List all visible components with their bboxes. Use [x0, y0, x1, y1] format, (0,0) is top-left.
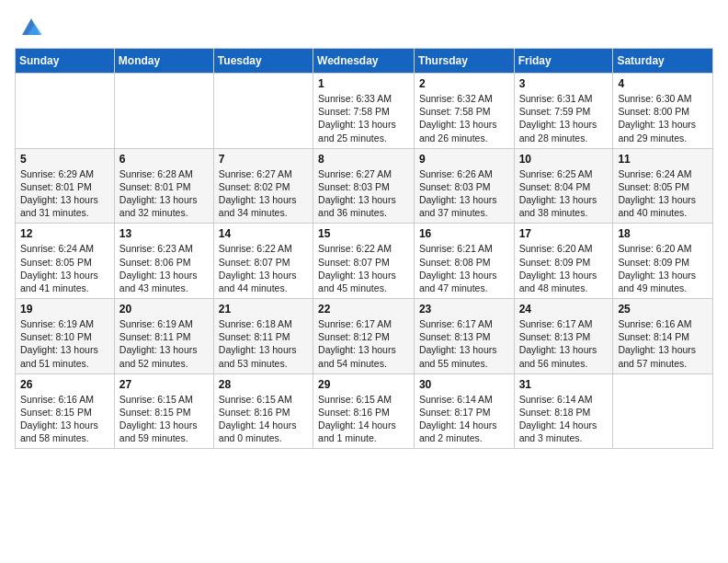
day-info: Sunrise: 6:33 AM Sunset: 7:58 PM Dayligh…: [318, 92, 409, 144]
day-info: Sunrise: 6:16 AM Sunset: 8:14 PM Dayligh…: [618, 317, 708, 370]
day-info: Sunrise: 6:24 AM Sunset: 8:05 PM Dayligh…: [618, 167, 708, 220]
calendar-cell: 10Sunrise: 6:25 AM Sunset: 8:04 PM Dayli…: [514, 148, 613, 224]
calendar-cell: 20Sunrise: 6:19 AM Sunset: 8:11 PM Dayli…: [114, 299, 213, 374]
day-number: 12: [20, 227, 109, 240]
calendar-cell: 2Sunrise: 6:32 AM Sunset: 7:58 PM Daylig…: [414, 74, 514, 149]
calendar-cell: 6Sunrise: 6:28 AM Sunset: 8:01 PM Daylig…: [114, 148, 213, 224]
calendar-cell: 16Sunrise: 6:21 AM Sunset: 8:08 PM Dayli…: [414, 224, 514, 299]
page-container: SundayMondayTuesdayWednesdayThursdayFrid…: [0, 0, 728, 464]
calendar-cell: 12Sunrise: 6:24 AM Sunset: 8:05 PM Dayli…: [16, 224, 115, 299]
calendar-cell: [16, 74, 115, 149]
day-number: 23: [419, 303, 509, 316]
day-info: Sunrise: 6:15 AM Sunset: 8:15 PM Dayligh…: [119, 393, 209, 445]
calendar-cell: 21Sunrise: 6:18 AM Sunset: 8:11 PM Dayli…: [213, 299, 313, 374]
day-number: 10: [519, 153, 609, 166]
day-number: 6: [119, 153, 209, 166]
day-number: 16: [419, 227, 509, 240]
day-info: Sunrise: 6:29 AM Sunset: 8:01 PM Dayligh…: [20, 167, 109, 220]
calendar-cell: 19Sunrise: 6:19 AM Sunset: 8:10 PM Dayli…: [16, 299, 115, 374]
day-number: 18: [618, 227, 708, 240]
calendar-cell: 23Sunrise: 6:17 AM Sunset: 8:13 PM Dayli…: [414, 299, 514, 374]
day-number: 2: [419, 77, 509, 90]
calendar-cell: 28Sunrise: 6:15 AM Sunset: 8:16 PM Dayli…: [213, 373, 313, 449]
day-number: 15: [318, 227, 409, 240]
day-number: 5: [20, 153, 109, 166]
day-number: 21: [219, 303, 308, 316]
calendar-cell: 27Sunrise: 6:15 AM Sunset: 8:15 PM Dayli…: [114, 373, 213, 449]
logo: [15, 15, 44, 40]
calendar-day-header: Wednesday: [313, 49, 415, 74]
day-number: 4: [618, 77, 708, 90]
day-info: Sunrise: 6:25 AM Sunset: 8:04 PM Dayligh…: [519, 167, 609, 220]
day-number: 7: [219, 153, 308, 166]
day-info: Sunrise: 6:27 AM Sunset: 8:03 PM Dayligh…: [318, 167, 409, 220]
calendar-day-header: Thursday: [414, 49, 514, 74]
calendar-day-header: Tuesday: [213, 49, 313, 74]
day-number: 25: [618, 303, 708, 316]
calendar-day-header: Friday: [514, 49, 613, 74]
calendar-week-row: 1Sunrise: 6:33 AM Sunset: 7:58 PM Daylig…: [16, 74, 713, 149]
calendar-cell: 13Sunrise: 6:23 AM Sunset: 8:06 PM Dayli…: [114, 224, 213, 299]
calendar-cell: 22Sunrise: 6:17 AM Sunset: 8:12 PM Dayli…: [313, 299, 415, 374]
day-info: Sunrise: 6:27 AM Sunset: 8:02 PM Dayligh…: [219, 167, 308, 220]
day-number: 24: [519, 303, 609, 316]
calendar-cell: 7Sunrise: 6:27 AM Sunset: 8:02 PM Daylig…: [213, 148, 313, 224]
calendar-week-row: 19Sunrise: 6:19 AM Sunset: 8:10 PM Dayli…: [16, 299, 713, 374]
day-number: 22: [318, 303, 409, 316]
calendar-cell: [114, 74, 213, 149]
day-info: Sunrise: 6:32 AM Sunset: 7:58 PM Dayligh…: [419, 92, 509, 144]
day-info: Sunrise: 6:19 AM Sunset: 8:10 PM Dayligh…: [20, 317, 109, 370]
calendar-cell: 29Sunrise: 6:15 AM Sunset: 8:16 PM Dayli…: [313, 373, 415, 449]
day-info: Sunrise: 6:24 AM Sunset: 8:05 PM Dayligh…: [20, 242, 109, 294]
calendar-cell: [613, 373, 713, 449]
day-number: 29: [318, 378, 409, 391]
header: [15, 15, 713, 40]
calendar-day-header: Monday: [114, 49, 213, 74]
calendar-cell: 8Sunrise: 6:27 AM Sunset: 8:03 PM Daylig…: [313, 148, 415, 224]
calendar-cell: 3Sunrise: 6:31 AM Sunset: 7:59 PM Daylig…: [514, 74, 613, 149]
day-number: 1: [318, 77, 409, 90]
calendar-cell: 24Sunrise: 6:17 AM Sunset: 8:13 PM Dayli…: [514, 299, 613, 374]
day-number: 26: [20, 378, 109, 391]
day-number: 28: [219, 378, 308, 391]
day-info: Sunrise: 6:22 AM Sunset: 8:07 PM Dayligh…: [219, 242, 308, 294]
day-info: Sunrise: 6:28 AM Sunset: 8:01 PM Dayligh…: [119, 167, 209, 220]
day-info: Sunrise: 6:14 AM Sunset: 8:18 PM Dayligh…: [519, 393, 609, 445]
calendar-cell: 5Sunrise: 6:29 AM Sunset: 8:01 PM Daylig…: [16, 148, 115, 224]
calendar-cell: 14Sunrise: 6:22 AM Sunset: 8:07 PM Dayli…: [213, 224, 313, 299]
day-number: 13: [119, 227, 209, 240]
day-number: 20: [119, 303, 209, 316]
day-info: Sunrise: 6:20 AM Sunset: 8:09 PM Dayligh…: [618, 242, 708, 294]
day-number: 8: [318, 153, 409, 166]
calendar-cell: 26Sunrise: 6:16 AM Sunset: 8:15 PM Dayli…: [16, 373, 115, 449]
day-info: Sunrise: 6:17 AM Sunset: 8:13 PM Dayligh…: [419, 317, 509, 370]
calendar-cell: 4Sunrise: 6:30 AM Sunset: 8:00 PM Daylig…: [613, 74, 713, 149]
calendar-cell: 15Sunrise: 6:22 AM Sunset: 8:07 PM Dayli…: [313, 224, 415, 299]
calendar-cell: 25Sunrise: 6:16 AM Sunset: 8:14 PM Dayli…: [613, 299, 713, 374]
day-number: 17: [519, 227, 609, 240]
calendar-week-row: 12Sunrise: 6:24 AM Sunset: 8:05 PM Dayli…: [16, 224, 713, 299]
day-number: 27: [119, 378, 209, 391]
day-info: Sunrise: 6:23 AM Sunset: 8:06 PM Dayligh…: [119, 242, 209, 294]
calendar-week-row: 26Sunrise: 6:16 AM Sunset: 8:15 PM Dayli…: [16, 373, 713, 449]
day-info: Sunrise: 6:22 AM Sunset: 8:07 PM Dayligh…: [318, 242, 409, 294]
day-info: Sunrise: 6:14 AM Sunset: 8:17 PM Dayligh…: [419, 393, 509, 445]
day-info: Sunrise: 6:15 AM Sunset: 8:16 PM Dayligh…: [318, 393, 409, 445]
calendar-table: SundayMondayTuesdayWednesdayThursdayFrid…: [15, 48, 713, 449]
day-info: Sunrise: 6:15 AM Sunset: 8:16 PM Dayligh…: [219, 393, 308, 445]
calendar-day-header: Sunday: [16, 49, 115, 74]
logo-icon: [18, 15, 44, 40]
day-info: Sunrise: 6:19 AM Sunset: 8:11 PM Dayligh…: [119, 317, 209, 370]
day-info: Sunrise: 6:26 AM Sunset: 8:03 PM Dayligh…: [419, 167, 509, 220]
calendar-week-row: 5Sunrise: 6:29 AM Sunset: 8:01 PM Daylig…: [16, 148, 713, 224]
calendar-cell: 9Sunrise: 6:26 AM Sunset: 8:03 PM Daylig…: [414, 148, 514, 224]
day-info: Sunrise: 6:20 AM Sunset: 8:09 PM Dayligh…: [519, 242, 609, 294]
day-info: Sunrise: 6:30 AM Sunset: 8:00 PM Dayligh…: [618, 92, 708, 144]
day-info: Sunrise: 6:18 AM Sunset: 8:11 PM Dayligh…: [219, 317, 308, 370]
calendar-cell: 11Sunrise: 6:24 AM Sunset: 8:05 PM Dayli…: [613, 148, 713, 224]
calendar-cell: 17Sunrise: 6:20 AM Sunset: 8:09 PM Dayli…: [514, 224, 613, 299]
day-number: 30: [419, 378, 509, 391]
calendar-day-header: Saturday: [613, 49, 713, 74]
day-number: 31: [519, 378, 609, 391]
day-info: Sunrise: 6:21 AM Sunset: 8:08 PM Dayligh…: [419, 242, 509, 294]
